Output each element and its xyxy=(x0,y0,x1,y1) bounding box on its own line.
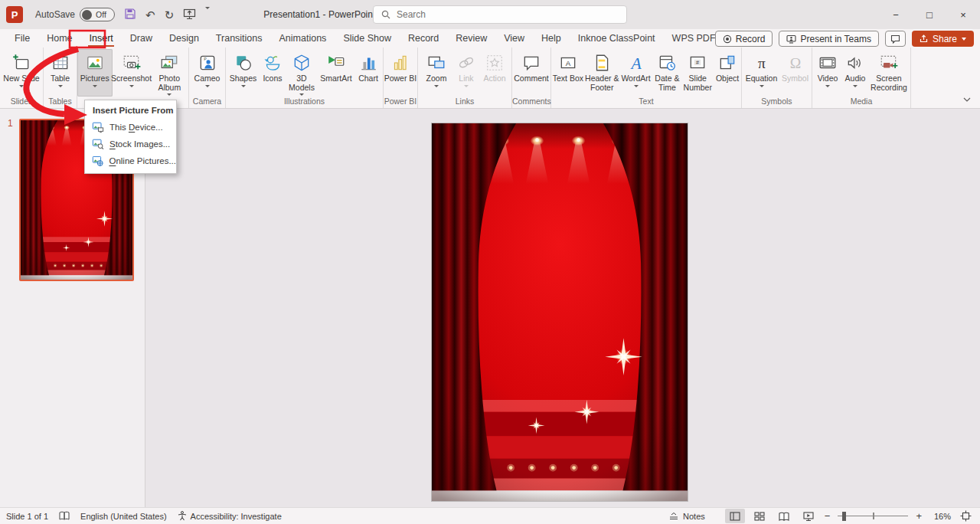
video-button[interactable]: Video xyxy=(814,49,841,97)
powerpoint-app-icon[interactable]: P xyxy=(6,6,23,23)
screen-recording-button[interactable]: Screen Recording xyxy=(869,49,909,97)
power-bi-button[interactable]: Power BI xyxy=(384,49,417,97)
minimize-button[interactable]: − xyxy=(879,0,913,29)
audio-button[interactable]: Audio xyxy=(841,49,869,97)
maximize-button[interactable]: □ xyxy=(913,0,946,29)
slide-show-button[interactable] xyxy=(799,509,818,523)
tab-help[interactable]: Help xyxy=(533,29,570,47)
menu-item-online-pictures[interactable]: Online Pictures... xyxy=(85,152,176,169)
save-icon[interactable] xyxy=(124,8,136,21)
3d-models-icon xyxy=(292,51,312,74)
3d-models-button[interactable]: 3D Models xyxy=(285,49,318,97)
group-label-camera: Camera xyxy=(189,97,225,108)
zoom-slider[interactable] xyxy=(836,509,910,523)
tab-insert[interactable]: Insert xyxy=(81,29,122,47)
chevron-down-icon xyxy=(853,85,858,87)
svg-text:A: A xyxy=(566,59,571,67)
feedback-button[interactable] xyxy=(885,31,906,47)
wordart-button[interactable]: A WordArt xyxy=(619,49,653,97)
tab-slide-show[interactable]: Slide Show xyxy=(335,29,400,47)
tab-draw[interactable]: Draw xyxy=(122,29,161,47)
notes-button[interactable]: Notes xyxy=(668,512,705,521)
tab-home[interactable]: Home xyxy=(38,29,80,47)
audio-icon xyxy=(845,51,865,74)
menu-item-stock-images[interactable]: Stock Images... xyxy=(85,136,176,152)
table-button[interactable]: Table xyxy=(44,49,77,97)
tab-inknoe-classpoint[interactable]: Inknoe ClassPoint xyxy=(570,29,664,47)
svg-text:Ω: Ω xyxy=(789,55,801,71)
tab-file[interactable]: File xyxy=(6,29,38,47)
teams-present-icon xyxy=(786,34,796,44)
undo-button[interactable]: ↶ xyxy=(145,9,155,21)
qat-customize-button[interactable] xyxy=(205,9,210,20)
smartart-button[interactable]: SmartArt xyxy=(318,49,354,97)
group-label-text: Text xyxy=(551,97,741,108)
close-button[interactable]: × xyxy=(946,0,980,29)
zoom-button[interactable]: Zoom xyxy=(419,49,454,97)
tab-animations[interactable]: Animations xyxy=(271,29,335,47)
shapes-button[interactable]: Shapes xyxy=(226,49,260,97)
video-icon xyxy=(818,51,838,74)
group-label-media: Media xyxy=(812,97,910,108)
screenshot-button[interactable]: Screenshot xyxy=(113,49,151,97)
slide-sorter-view-button[interactable] xyxy=(750,509,769,523)
object-icon xyxy=(717,51,737,74)
zoom-in-button[interactable]: + xyxy=(914,510,923,522)
chart-button[interactable]: Chart xyxy=(354,49,383,97)
equation-button[interactable]: π Equation xyxy=(743,49,780,97)
reading-view-button[interactable] xyxy=(774,509,794,523)
ribbon-group-comments: Comment Comments xyxy=(512,47,551,108)
object-button[interactable]: Object xyxy=(714,49,741,97)
record-button[interactable]: Record xyxy=(715,31,773,47)
link-button: Link xyxy=(454,49,479,97)
search-placeholder: Search xyxy=(397,9,426,20)
tab-review[interactable]: Review xyxy=(447,29,495,47)
chevron-down-icon xyxy=(93,85,97,87)
comment-button[interactable]: Comment xyxy=(513,49,550,97)
chevron-down-icon xyxy=(299,93,304,96)
share-button[interactable]: Share xyxy=(912,31,974,47)
language-indicator[interactable]: English (United States) xyxy=(80,512,167,521)
chevron-down-icon xyxy=(241,85,246,87)
tab-record[interactable]: Record xyxy=(400,29,447,47)
normal-view-button[interactable] xyxy=(725,509,745,523)
fit-slide-to-window-button[interactable] xyxy=(956,509,975,523)
photo-album-button[interactable]: Photo Album xyxy=(151,49,188,97)
toggle-knob-icon xyxy=(82,10,92,20)
tab-transitions[interactable]: Transitions xyxy=(207,29,271,47)
pictures-button[interactable]: Pictures xyxy=(77,49,113,97)
zoom-out-button[interactable]: − xyxy=(823,510,832,522)
search-input[interactable]: Search xyxy=(373,5,627,24)
icons-icon xyxy=(263,51,283,74)
slide-canvas[interactable] xyxy=(431,123,688,502)
zoom-level[interactable]: 16% xyxy=(928,512,951,521)
autosave-toggle[interactable]: Off xyxy=(80,8,115,21)
cameo-button[interactable]: P Cameo xyxy=(191,49,224,97)
spell-check-icon[interactable] xyxy=(59,511,70,521)
group-label-tables: Tables xyxy=(44,97,77,108)
autosave-control[interactable]: AutoSave Off xyxy=(35,8,115,21)
menu-item-this-device[interactable]: This Device... xyxy=(85,119,176,136)
slide-number-button[interactable]: # Slide Number xyxy=(681,49,714,97)
slide-editor-canvas[interactable] xyxy=(145,109,980,507)
comment-icon xyxy=(521,51,541,74)
active-tab-underline xyxy=(88,45,114,47)
redo-button[interactable]: ↻ xyxy=(165,9,175,21)
tab-design[interactable]: Design xyxy=(161,29,207,47)
group-label-links: Links xyxy=(418,97,511,108)
text-box-button[interactable]: A Text Box xyxy=(551,49,585,97)
zoom-slider-thumb[interactable] xyxy=(842,512,846,521)
new-slide-button[interactable]: New Slide xyxy=(3,49,40,97)
collapse-ribbon-button[interactable] xyxy=(963,91,971,105)
chevron-down-icon xyxy=(464,85,469,87)
header-footer-button[interactable]: Header & Footer xyxy=(585,49,619,97)
present-in-teams-button[interactable]: Present in Teams xyxy=(779,31,879,47)
date-time-button[interactable]: Date & Time xyxy=(652,49,681,97)
date-time-icon xyxy=(657,51,677,74)
tab-view[interactable]: View xyxy=(495,29,533,47)
chevron-down-icon xyxy=(129,85,134,87)
accessibility-status[interactable]: Accessibility: Investigate xyxy=(178,511,282,521)
icons-button[interactable]: Icons xyxy=(260,49,285,97)
start-presentation-icon[interactable] xyxy=(183,8,196,21)
search-icon xyxy=(381,10,390,19)
